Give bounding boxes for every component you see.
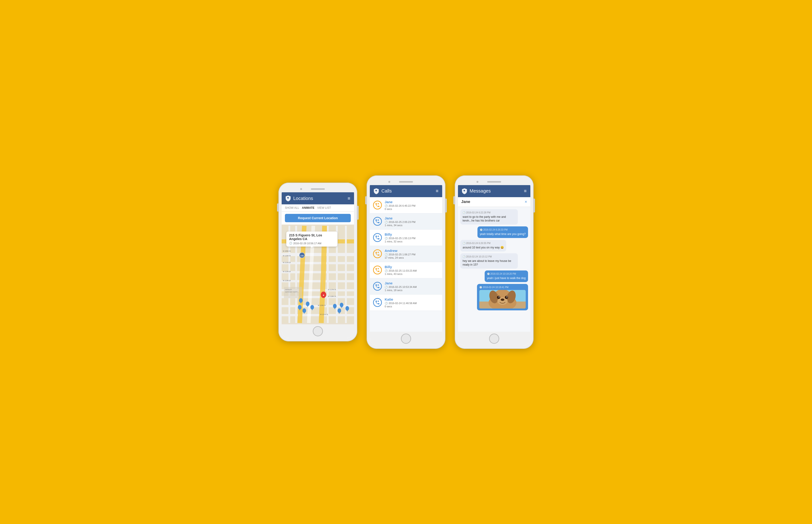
clock-icon-msg2: 🕐 (462, 242, 466, 245)
message-contact-bar: Jane × (458, 197, 530, 207)
message-0: 🕐 2016-02-24 6:22:28 PM want to go to th… (460, 209, 518, 225)
call-name-0: Jane (385, 200, 439, 204)
call-time-4: 🕐2016-02-25 11:03:23 AM (385, 269, 439, 272)
svg-point-65 (497, 296, 500, 299)
call-time-0: 🕐2016-02-26 6:45:22 PM (385, 204, 439, 207)
msg-text-2: around 10 text you on my way 😀 (462, 246, 504, 250)
speaker-2 (399, 181, 413, 183)
call-duration-2: 1 mins, 32 secs (385, 240, 439, 243)
call-icon-6 (373, 298, 382, 307)
svg-text:14A: 14A (301, 255, 304, 257)
camera-3 (476, 181, 478, 183)
call-item-3[interactable]: Andrew 🕐2016-02-25 1:06:27 PM 17 mins, 2… (370, 246, 442, 262)
phone-top-3 (458, 179, 530, 185)
svg-point-64 (501, 298, 504, 301)
message-3: 🕐 2016-02-24 10:15:12 PM hey we are abou… (460, 253, 518, 269)
svg-point-1 (288, 197, 289, 198)
filter-show-all[interactable]: SHOW ALL (285, 206, 299, 210)
call-item-4[interactable]: Billy 🕐2016-02-25 11:03:23 AM 1 mins, 43… (370, 262, 442, 278)
filter-view-list[interactable]: VIEW LIST (317, 206, 331, 210)
svg-text:W 118th St: W 118th St (328, 296, 336, 297)
svg-rect-4 (282, 253, 354, 256)
home-button-3[interactable] (489, 333, 499, 344)
msg-time-4: 🕐 2016-02-24 10:18:20 PM (487, 272, 526, 276)
call-name-5: Jane (385, 281, 439, 285)
svg-text:★: ★ (323, 294, 325, 296)
locations-header: Locations ≡ (282, 192, 354, 204)
call-item-5[interactable]: Jane 🕐2016-02-25 10:53:34 AM 1 mins, 18 … (370, 278, 442, 295)
map-popup: 215 S Figuero St, Los Angeles CA 🕐 2016-… (286, 231, 337, 247)
svg-rect-7 (282, 280, 354, 282)
svg-rect-5 (282, 262, 354, 264)
calls-header: Calls ≡ (370, 185, 442, 197)
call-item-2[interactable]: Billy 🕐2016-02-25 1:55:13 PM 1 mins, 32 … (370, 230, 442, 246)
calls-menu-icon[interactable]: ≡ (436, 189, 439, 194)
call-duration-0: 0 secs (385, 208, 439, 210)
call-item-6[interactable]: Katie 🕐2016-02-24 11:46:58 AM 0 secs (370, 295, 442, 311)
message-5: 🕐 2016-02-24 10:18:41 PM (477, 284, 528, 310)
call-duration-4: 1 mins, 43 secs (385, 273, 439, 275)
phones-container: Locations ≡ SHOW ALL ANIMATE VIEW LIST R… (278, 175, 534, 349)
call-name-2: Billy (385, 232, 439, 236)
svg-text:GATEWAY NORT...: GATEWAY NORT... (285, 291, 299, 293)
shield-dog-icon-2 (373, 188, 379, 194)
svg-text:W 110th St: W 110th St (283, 255, 291, 257)
map-popup-address: 215 S Figuero St, Los Angeles CA (289, 233, 335, 241)
svg-point-67 (499, 296, 500, 297)
call-icon-5 (373, 282, 382, 291)
msg-time-2: 🕐 2016-02-24 6:26:55 PM (462, 242, 504, 245)
messages-title: Messages (470, 189, 491, 194)
locations-filter-bar: SHOW ALL ANIMATE VIEW LIST (282, 204, 354, 212)
call-time-1: 🕐2016-02-25 2:05:23 PM (385, 220, 439, 224)
locations-menu-icon[interactable]: ≡ (347, 196, 351, 201)
clock-icon-popup: 🕐 (289, 242, 292, 245)
msg-text-3: hey we are about to leave my house be re… (462, 259, 516, 267)
home-button-2[interactable] (401, 333, 411, 344)
phone-locations: Locations ≡ SHOW ALL ANIMATE VIEW LIST R… (278, 183, 357, 341)
contact-name: Jane (461, 199, 470, 204)
svg-text:W 113th St: W 113th St (283, 280, 291, 281)
msg-time-1: 🕐 2016-02-24 6:26:33 PM (480, 228, 526, 231)
svg-point-68 (506, 296, 507, 297)
msg-time-5: 🕐 2016-02-24 10:18:41 PM (479, 286, 526, 289)
phone-top-1 (282, 186, 354, 192)
msg-time-0: 🕐 2016-02-24 6:22:28 PM (462, 211, 516, 214)
call-item-1[interactable]: Jane 🕐2016-02-25 2:05:23 PM 1 mins, 34 s… (370, 213, 442, 230)
call-item-0[interactable]: Jane 🕐2016-02-26 6:45:22 PM 0 secs (370, 197, 442, 213)
locations-map[interactable]: 110 14A W 109th St W 110th St W 111th St… (282, 225, 354, 324)
filter-animate[interactable]: ANIMATE (302, 206, 314, 210)
call-time-2: 🕐2016-02-25 1:55:13 PM (385, 237, 439, 240)
call-name-1: Jane (385, 216, 439, 220)
svg-rect-11 (282, 314, 354, 316)
call-icon-0 (373, 201, 382, 210)
msg-text-1: yeah totally what time are you going? (480, 232, 526, 236)
phone-messages: Messages ≡ Jane × 🕐 2016-02-24 6:22:28 P (455, 175, 534, 349)
phone-bottom-3 (458, 332, 530, 346)
calls-screen: Jane 🕐2016-02-26 6:45:22 PM 0 secs (370, 197, 442, 332)
close-conversation-button[interactable]: × (524, 199, 527, 204)
call-icon-4 (373, 266, 382, 274)
clock-icon-msg0: 🕐 (462, 211, 466, 214)
messages-menu-icon[interactable]: ≡ (524, 189, 527, 194)
home-button-1[interactable] (313, 326, 323, 336)
shield-dog-icon-3 (461, 188, 468, 194)
phone-bottom-1 (282, 324, 354, 338)
calls-list: Jane 🕐2016-02-26 6:45:22 PM 0 secs (370, 197, 442, 311)
phone-bottom-2 (370, 332, 442, 346)
message-2: 🕐 2016-02-24 6:26:55 PM around 10 text y… (460, 240, 506, 251)
call-duration-5: 1 mins, 18 secs (385, 289, 439, 292)
locations-title: Locations (293, 196, 313, 201)
clock-icon-msg5: 🕐 (479, 286, 482, 289)
svg-text:W 111th St: W 111th St (283, 262, 291, 263)
phone-top-2 (370, 179, 442, 185)
speaker-1 (311, 189, 325, 190)
svg-text:W 120th St: W 120th St (318, 305, 326, 307)
call-icon-1 (373, 217, 382, 226)
message-4: 🕐 2016-02-24 10:18:20 PM yeah i just hav… (485, 271, 528, 282)
request-location-button[interactable]: Request Current Location (285, 214, 351, 222)
call-time-6: 🕐2016-02-24 11:46:58 AM (385, 302, 439, 305)
call-duration-1: 1 mins, 34 secs (385, 224, 439, 227)
call-name-6: Katie (385, 297, 439, 301)
svg-point-0 (288, 197, 288, 198)
clock-icon-msg4: 🕐 (487, 272, 490, 276)
